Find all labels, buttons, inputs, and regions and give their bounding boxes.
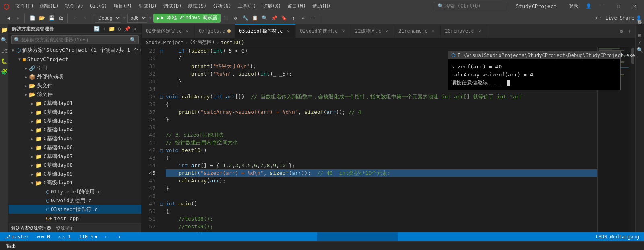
debug-config-select[interactable]: Debug [95, 14, 121, 23]
status-errors[interactable]: ⊗ ⊗ 0 [35, 232, 52, 241]
status-scrollbar-thumb[interactable] [317, 232, 398, 241]
sidebar-search-input[interactable] [20, 37, 130, 43]
breadcrumb-function[interactable]: test10() [221, 40, 244, 45]
sidebar-sync-btn[interactable]: 🔄 [93, 26, 100, 32]
activity-git[interactable]: ⎇ [0, 47, 8, 55]
tree-adv-file3[interactable]: ▶ C 03sizeof操作符.c [9, 205, 141, 214]
tab-02bianliang[interactable]: 02变量的定义.c ✕ [142, 24, 195, 38]
tree-day03[interactable]: ▶ 📁 C基础day03 [9, 117, 141, 125]
tree-day05[interactable]: ▶ 📁 C基础day05 [9, 134, 141, 143]
save-button[interactable]: 💾 [47, 14, 56, 23]
activity-explorer[interactable]: 📁 [0, 26, 8, 34]
menu-project[interactable]: 项目(P) [110, 0, 135, 12]
toolbar-icon9[interactable]: ⋯ [308, 14, 317, 23]
tree-day02[interactable]: ▶ 📁 C基础day02 [9, 108, 141, 117]
tab-07fgets[interactable]: 07fgets.c [195, 24, 235, 38]
props-icon3[interactable]: 🔍 [637, 47, 643, 53]
menu-help[interactable]: 帮助(H) [309, 0, 334, 12]
start-debug-button[interactable]: ▶ ▶ 本地 Windows 调试器 [153, 14, 221, 23]
tab-02void-close[interactable]: ✕ [340, 28, 347, 34]
tree-references[interactable]: ▶ 🔗 引用 [9, 64, 141, 72]
status-nav-prev[interactable]: ⟵ [104, 232, 110, 241]
sidebar-tab-explorer[interactable]: 解决方案资源管理器 [9, 224, 54, 233]
tab-22buffer[interactable]: 22缓冲区.c ✕ [351, 24, 394, 38]
tab-filter-btn[interactable]: ⚙ [618, 28, 625, 34]
tab-21rename[interactable]: 21rename.c ✕ [394, 24, 441, 38]
global-search-bar[interactable]: 🔍 搜索 (Ctrl+Q) [434, 2, 506, 10]
toolbar-icon4[interactable]: 🔍 [260, 14, 269, 23]
tab-add-btn[interactable]: + [626, 28, 633, 34]
sidebar-search-box[interactable]: 🔍 🔍 [11, 35, 139, 44]
menu-view[interactable]: 视图(V) [62, 0, 87, 12]
minimize-button[interactable]: ─ [597, 3, 609, 9]
tree-advanced-day01[interactable]: ▼ 📂 C高级day01 [9, 178, 141, 187]
menu-debug[interactable]: 调试(D) [160, 0, 185, 12]
new-file-button[interactable]: 📄 [28, 14, 37, 23]
tab-02void[interactable]: 02void的使用.c ✕ [296, 24, 351, 38]
tree-day04[interactable]: ▶ 📁 C基础day04 [9, 125, 141, 134]
status-zoom[interactable]: 110 % ▼ [77, 232, 99, 241]
stop-debug-button[interactable]: ⬛ [221, 14, 230, 23]
toolbar-icon1[interactable]: ⚙ [231, 14, 240, 23]
tree-sources[interactable]: ▼ 📂 源文件 [9, 90, 141, 99]
props-icon1[interactable]: ⊞ [638, 33, 642, 39]
menu-analyze[interactable]: 分析(N) [210, 0, 235, 12]
redo-button[interactable]: ↪ [80, 14, 89, 23]
sidebar-new-folder-btn[interactable]: 📁 [109, 26, 115, 32]
tree-adv-file1[interactable]: ▶ C 01typedef的使用.c [9, 187, 141, 196]
save-all-button[interactable]: 🗂 [57, 14, 66, 23]
sidebar-search-submit[interactable]: 🔍 [130, 37, 136, 43]
status-warnings[interactable]: ⚠ ⚠ 1 [56, 232, 72, 241]
menu-file[interactable]: 文件(F) [12, 0, 37, 12]
sidebar-filter-btn[interactable]: ⚙ [116, 26, 123, 32]
forward-button[interactable]: ▶ [14, 14, 23, 23]
editor-scrollbar[interactable] [630, 47, 635, 232]
menu-test[interactable]: 测试(S) [185, 0, 210, 12]
tree-day09[interactable]: ▶ 📁 C基础day09 [9, 170, 141, 178]
fold-29-icon[interactable]: □ [160, 48, 163, 54]
activity-extensions[interactable]: 🧩 [0, 68, 8, 76]
close-button[interactable]: ✕ [628, 3, 641, 9]
tab-20remove-close[interactable]: ✕ [476, 28, 483, 34]
live-share-button[interactable]: ⚡ ⚡ Live Share 👤 [595, 15, 642, 21]
toolbar-icon7[interactable]: ↕ [289, 14, 298, 23]
platform-select[interactable]: x86 [127, 14, 147, 23]
fold-49-icon[interactable]: □ [160, 201, 163, 207]
sidebar-new-file-btn[interactable]: + [101, 26, 107, 32]
tree-adv-file4[interactable]: ▶ C+ test.cpp [9, 214, 141, 223]
tab-21rename-close[interactable]: ✕ [430, 28, 436, 34]
tree-day01[interactable]: ▶ 📁 C基础day01 [9, 99, 141, 108]
menu-tools[interactable]: 工具(T) [235, 0, 260, 12]
undo-button[interactable]: ↩ [71, 14, 80, 23]
menu-extend[interactable]: 扩展(X) [260, 0, 285, 12]
menu-edit[interactable]: 编辑(E) [37, 0, 62, 12]
tab-02bianliang-close[interactable]: ✕ [184, 28, 190, 34]
sidebar-close-btn[interactable]: ✕ [132, 26, 138, 32]
tree-project[interactable]: ▼ ■ StudyCProject [9, 55, 141, 64]
toolbar-icon6[interactable]: 🔖 [279, 14, 288, 23]
menu-build[interactable]: 生成(B) [135, 0, 160, 12]
tab-20remove[interactable]: 20remove.c ✕ [441, 24, 487, 38]
back-button[interactable]: ◀ [4, 14, 13, 23]
tree-adv-file2[interactable]: ▶ C 02void的使用.c [9, 196, 141, 205]
tree-headers[interactable]: ▶ 📂 头文件 [9, 81, 141, 90]
panel-tab-output[interactable]: 输出 [3, 242, 19, 250]
sidebar-pin-btn[interactable]: 📌 [124, 26, 130, 32]
tab-03sizeof[interactable]: 03sizeof操作符.c ✕ [235, 24, 296, 38]
login-button[interactable]: 登录 [566, 3, 581, 10]
status-encoding[interactable]: CSDN @cdtaogang [594, 232, 641, 241]
tree-solution[interactable]: ▼ ⬡ 解决方案'StudyCProject'(1 个项目/共 1 个) [9, 46, 141, 55]
tab-22buffer-close[interactable]: ✕ [384, 28, 390, 34]
tab-03sizeof-close[interactable]: ✕ [285, 28, 291, 35]
open-button[interactable]: 📂 [37, 14, 46, 23]
toolbar-icon8[interactable]: ↔ [299, 14, 308, 23]
toolbar-icon5[interactable]: 📌 [270, 14, 279, 23]
tree-external-deps[interactable]: ▶ 📦 外部依赖项 [9, 72, 141, 81]
breadcrumb-project[interactable]: StudyCProject [146, 40, 184, 45]
activity-search[interactable]: 🔍 [0, 36, 8, 44]
fold-35-icon[interactable]: □ [160, 94, 163, 100]
props-icon2[interactable]: ⚡ [638, 40, 642, 46]
toolbar-icon2[interactable]: 🔧 [241, 14, 250, 23]
tree-day07[interactable]: ▶ 📁 C基础day07 [9, 152, 141, 161]
status-git[interactable]: ⎇ master [3, 232, 31, 241]
